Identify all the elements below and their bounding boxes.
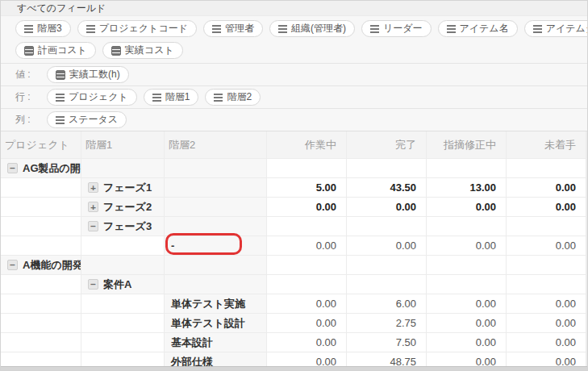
row-header-cell: -: [165, 236, 267, 256]
row-label: フェーズ1: [103, 178, 152, 197]
field-chip[interactable]: 階層2: [205, 89, 261, 106]
table-row: -0.000.000.000.00: [1, 236, 587, 256]
row-label: フェーズ3: [103, 217, 152, 236]
row-header-cell: −案件A: [81, 275, 165, 294]
value-cell: 0.00: [427, 333, 507, 352]
value-cell: [267, 275, 347, 294]
pivot-table: プロジェクト階層1階層2作業中完了指摘修正中未着手−AG製品の開発+フェーズ15…: [1, 131, 587, 371]
row-header-cell: −フェーズ3: [81, 217, 165, 236]
field-chip[interactable]: 階層1: [144, 89, 199, 106]
value-cell: [347, 217, 427, 236]
field-chip[interactable]: 階層3: [15, 20, 71, 37]
measure-field-icon: [24, 46, 34, 56]
row-label: 基本設計: [171, 333, 213, 352]
field-chip-label: 計画コスト: [38, 44, 87, 57]
value-cell: [427, 256, 507, 275]
drag-list-icon: [152, 94, 161, 102]
zone-label-rows: 行 :: [15, 90, 47, 104]
row-header-cell: [1, 236, 81, 256]
collapse-toggle-icon[interactable]: −: [7, 260, 18, 270]
value-cell: 0.00: [267, 294, 347, 314]
row-header-cell: [81, 256, 165, 275]
value-cell: [347, 256, 427, 275]
row-label: 単体テスト設計: [171, 314, 245, 332]
column-header: 作業中: [267, 131, 347, 159]
row-header-cell: [1, 178, 81, 198]
row-header-cell: [81, 314, 165, 333]
value-cell: [427, 275, 507, 294]
zone-chip-row: 実績工数(h): [47, 66, 129, 83]
row-header-cell: 基本設計: [165, 333, 267, 352]
value-cell: 43.50: [347, 178, 427, 198]
column-header: 完了: [347, 131, 427, 159]
row-header-cell: [165, 275, 267, 294]
collapse-toggle-icon[interactable]: −: [88, 279, 98, 290]
field-chip[interactable]: 組織(管理者): [269, 20, 355, 37]
table-row: −案件A: [1, 275, 587, 294]
field-chip[interactable]: 計画コスト: [15, 42, 96, 59]
row-filler: [586, 236, 587, 256]
value-cell: 0.00: [267, 333, 347, 352]
field-chip-label: アイテムタイプ: [546, 22, 587, 35]
value-cell: 5.00: [267, 178, 347, 198]
row-header-cell: [81, 159, 165, 178]
row-header-cell: 単体テスト実施: [165, 294, 267, 314]
field-chip[interactable]: 実績工数(h): [47, 66, 129, 83]
zone-chip-row: ステータス: [47, 111, 127, 128]
value-cell: 13.00: [427, 178, 507, 198]
horizontal-scrollbar[interactable]: [1, 366, 587, 370]
column-header: プロジェクト: [1, 131, 81, 159]
row-header-cell: [1, 275, 81, 294]
value-cell: 2.75: [347, 314, 427, 333]
column-header: 階層2: [165, 131, 267, 159]
field-chip[interactable]: ステータス: [47, 111, 127, 128]
row-label: AG製品の開発: [23, 159, 81, 177]
table-row: −A機能の開発: [1, 256, 587, 275]
row-filler: [586, 294, 587, 314]
value-cell: 0.00: [507, 198, 586, 217]
row-header-cell: −AG製品の開発: [1, 159, 81, 178]
value-cell: 0.00: [507, 333, 586, 352]
field-chip-label: アイテム名: [460, 22, 509, 35]
value-cell: 0.00: [507, 314, 586, 333]
row-filler: [586, 159, 587, 178]
row-header-cell: [1, 314, 81, 333]
field-chip[interactable]: アイテムタイプ: [524, 20, 587, 37]
value-cell: 0.00: [427, 314, 507, 333]
drag-list-icon: [447, 25, 456, 33]
row-header-cell: [1, 333, 81, 352]
expand-toggle-icon[interactable]: +: [88, 182, 98, 193]
value-cell: 0.00: [507, 178, 586, 198]
field-chip-label: ステータス: [69, 113, 118, 127]
field-chip[interactable]: 実績コスト: [102, 42, 183, 59]
value-cell: [267, 159, 347, 178]
row-header-cell: [1, 217, 81, 236]
row-filler: [586, 314, 587, 333]
row-header-cell: [165, 217, 267, 236]
row-header-cell: [81, 333, 165, 352]
collapse-toggle-icon[interactable]: −: [88, 221, 98, 231]
value-cell: 0.00: [427, 294, 507, 314]
field-chip-label: 組織(管理者): [291, 22, 346, 35]
drag-list-icon: [56, 94, 65, 102]
field-chip[interactable]: 管理者: [203, 20, 263, 37]
row-header-cell: [165, 256, 267, 275]
row-header-cell: [165, 198, 267, 217]
table-row: 単体テスト設計0.002.750.000.00: [1, 314, 587, 333]
collapse-toggle-icon[interactable]: −: [7, 163, 18, 173]
row-header-cell: 単体テスト設計: [165, 314, 267, 333]
header-filler: [586, 131, 587, 159]
value-cell: 0.00: [347, 236, 427, 256]
field-chip[interactable]: リーダー: [361, 20, 432, 37]
table-row: 基本設計0.007.500.000.00: [1, 333, 587, 352]
field-chip[interactable]: アイテム名: [438, 20, 518, 37]
field-chip[interactable]: プロジェクトコード: [77, 20, 197, 37]
expand-toggle-icon[interactable]: +: [88, 202, 98, 212]
drag-list-icon: [370, 25, 379, 33]
measure-field-icon: [56, 70, 65, 80]
field-chip[interactable]: プロジェクト: [47, 89, 137, 106]
row-header-cell: +フェーズ2: [81, 198, 165, 217]
drag-list-icon: [24, 25, 33, 33]
column-header: 階層1: [81, 131, 165, 159]
field-chip-label: プロジェクト: [69, 90, 128, 104]
